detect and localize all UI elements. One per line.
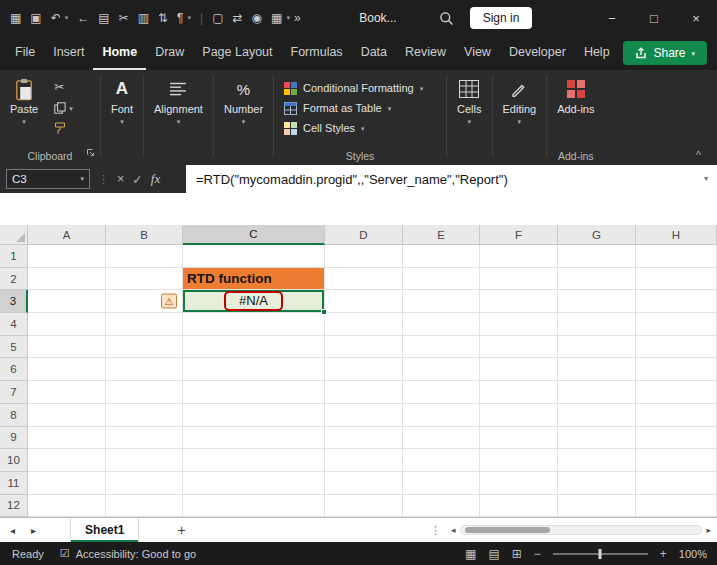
row-header-9[interactable]: 9: [0, 427, 28, 450]
cell-B11[interactable]: [106, 472, 183, 495]
cell-C12[interactable]: [183, 495, 325, 517]
cell-G6[interactable]: [558, 358, 636, 381]
cell-G12[interactable]: [558, 495, 636, 517]
cell-H5[interactable]: [636, 336, 717, 359]
row-header-1[interactable]: 1: [0, 245, 28, 268]
previous-sheet-button[interactable]: ◂: [10, 525, 15, 536]
cell-D7[interactable]: [325, 381, 403, 404]
dropdown-chevron-icon[interactable]: ▾: [188, 14, 192, 22]
navigate-back-icon[interactable]: ←: [77, 12, 89, 24]
cell-D11[interactable]: [325, 472, 403, 495]
select-all-button[interactable]: [0, 225, 28, 245]
cell-D6[interactable]: [325, 358, 403, 381]
cell-G1[interactable]: [558, 245, 636, 268]
cell-E5[interactable]: [403, 336, 480, 359]
cell-B4[interactable]: [106, 313, 183, 336]
cell-E2[interactable]: [403, 268, 480, 291]
row-header-2[interactable]: 2: [0, 268, 28, 291]
new-sheet-button[interactable]: +: [177, 522, 185, 538]
cell-D8[interactable]: [325, 404, 403, 427]
collapse-ribbon-button[interactable]: ^: [696, 149, 701, 161]
new-document-icon[interactable]: ▢: [212, 12, 223, 24]
fill-handle[interactable]: [321, 309, 327, 315]
cell-styles-button[interactable]: Cell Styles ▾: [284, 118, 436, 138]
cell-F2[interactable]: [480, 268, 558, 291]
cell-H7[interactable]: [636, 381, 717, 404]
share-button[interactable]: Share ▾: [623, 41, 707, 65]
cell-E9[interactable]: [403, 427, 480, 450]
cell-F5[interactable]: [480, 336, 558, 359]
name-box[interactable]: C3 ▾: [6, 169, 90, 189]
cell-A1[interactable]: [28, 245, 106, 268]
cell-F7[interactable]: [480, 381, 558, 404]
cell-C8[interactable]: [183, 404, 325, 427]
cell-E8[interactable]: [403, 404, 480, 427]
alignment-button[interactable]: Alignment ▾: [144, 75, 213, 125]
cell-D1[interactable]: [325, 245, 403, 268]
zoom-out-button[interactable]: −: [534, 547, 541, 561]
qat-overflow-button[interactable]: »: [294, 11, 301, 25]
cell-E7[interactable]: [403, 381, 480, 404]
page-layout-view-button[interactable]: ▤: [488, 547, 499, 561]
paste-button[interactable]: Paste ▾: [0, 75, 48, 135]
dropdown-chevron-icon[interactable]: ▾: [286, 14, 290, 22]
cells-button[interactable]: Cells ▾: [447, 75, 491, 125]
camera-icon[interactable]: ◉: [252, 12, 262, 24]
cell-B6[interactable]: [106, 358, 183, 381]
row-header-12[interactable]: 12: [0, 495, 28, 517]
scroll-left-button[interactable]: ◂: [451, 525, 456, 535]
column-header-a[interactable]: A: [28, 225, 106, 245]
normal-view-button[interactable]: ▦: [465, 547, 476, 561]
cell-G11[interactable]: [558, 472, 636, 495]
zoom-slider[interactable]: [553, 553, 648, 555]
cell-C6[interactable]: [183, 358, 325, 381]
cell-G9[interactable]: [558, 427, 636, 450]
cell-D3[interactable]: [325, 290, 403, 313]
cell-F11[interactable]: [480, 472, 558, 495]
column-header-f[interactable]: F: [480, 225, 558, 245]
cell-H1[interactable]: [636, 245, 717, 268]
maximize-button[interactable]: □: [633, 11, 675, 26]
addins-button[interactable]: Add-ins: [547, 75, 604, 115]
save-icon[interactable]: ▣: [30, 12, 41, 24]
undo-icon[interactable]: ↶: [51, 12, 61, 24]
table-icon[interactable]: ▦: [271, 12, 282, 24]
cell-A8[interactable]: [28, 404, 106, 427]
cell-A10[interactable]: [28, 449, 106, 472]
cell-D5[interactable]: [325, 336, 403, 359]
next-sheet-button[interactable]: ▸: [31, 525, 36, 536]
minimize-button[interactable]: −: [591, 11, 633, 26]
sort-icon[interactable]: ⇅: [158, 12, 168, 24]
cell-H8[interactable]: [636, 404, 717, 427]
cell-D2[interactable]: [325, 268, 403, 291]
cell-B9[interactable]: [106, 427, 183, 450]
cell-F1[interactable]: [480, 245, 558, 268]
error-checking-button[interactable]: ⚠: [161, 294, 177, 309]
dropdown-chevron-icon[interactable]: ▾: [65, 14, 69, 22]
sheet-tab-sheet1[interactable]: Sheet1: [70, 518, 139, 542]
cell-A12[interactable]: [28, 495, 106, 517]
cell-H11[interactable]: [636, 472, 717, 495]
cell-G5[interactable]: [558, 336, 636, 359]
cell-H2[interactable]: [636, 268, 717, 291]
cell-B3[interactable]: ⚠: [106, 290, 183, 313]
page-break-preview-button[interactable]: ⊞: [512, 547, 522, 561]
cell-C5[interactable]: [183, 336, 325, 359]
cell-G10[interactable]: [558, 449, 636, 472]
copy-button[interactable]: ▾: [54, 102, 73, 114]
cell-A11[interactable]: [28, 472, 106, 495]
cell-E11[interactable]: [403, 472, 480, 495]
cell-E1[interactable]: [403, 245, 480, 268]
cell-E4[interactable]: [403, 313, 480, 336]
sheet-bar-menu-icon[interactable]: ⋮: [430, 524, 441, 537]
cell-C9[interactable]: [183, 427, 325, 450]
cell-D12[interactable]: [325, 495, 403, 517]
sign-in-button[interactable]: Sign in: [470, 7, 533, 29]
insert-function-button[interactable]: fx: [151, 171, 160, 187]
cell-F8[interactable]: [480, 404, 558, 427]
cell-H10[interactable]: [636, 449, 717, 472]
accessibility-status[interactable]: Accessibility: Good to go: [76, 548, 196, 560]
cell-B5[interactable]: [106, 336, 183, 359]
column-header-h[interactable]: H: [636, 225, 717, 245]
scroll-right-button[interactable]: ▸: [706, 525, 711, 535]
